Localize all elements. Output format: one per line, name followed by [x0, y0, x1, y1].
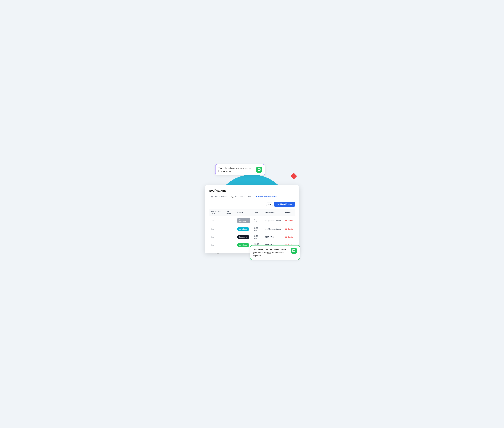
- trash-icon-2: 🗑: [285, 228, 287, 230]
- cell-events-2: scheduled: [235, 225, 252, 233]
- cell-notification-2: info@shoptaxi.com: [263, 225, 283, 233]
- cell-job-types-1: [224, 216, 235, 225]
- table-row: Job info-received 8:00 AM info@shoptaxi.…: [209, 216, 295, 225]
- top-notification-bubble: Your delivery is our next stop, keep a l…: [215, 164, 265, 175]
- bottom-bubble-link[interactable]: here: [267, 251, 271, 254]
- cell-job-types-3: [224, 233, 235, 241]
- delete-label-2: Delete: [288, 228, 293, 230]
- table-header: Detrack Job Type Job Types Events Time N…: [209, 209, 295, 216]
- delete-button-1[interactable]: 🗑 Delete: [285, 220, 293, 222]
- page-title: Notifications: [209, 189, 295, 192]
- add-notification-button[interactable]: + Add Notification: [274, 202, 295, 207]
- notification-tab-icon: ℹ: [256, 196, 257, 198]
- scene: Your delivery is our next stop, keep a l…: [198, 160, 306, 268]
- top-bubble-text: Your delivery is our next stop, keep a l…: [218, 167, 254, 173]
- event-badge-completed: completed: [237, 243, 249, 247]
- event-badge-info-received: info-received: [237, 218, 250, 223]
- col-time: Time: [252, 209, 263, 216]
- table-body: Job info-received 8:00 AM info@shoptaxi.…: [209, 216, 295, 249]
- add-notification-label: + Add Notification: [277, 203, 292, 205]
- table-header-row: Detrack Job Type Job Types Events Time N…: [209, 209, 295, 216]
- cell-time-1: 8:00 AM: [252, 216, 263, 225]
- cell-job-type-4: Job: [209, 241, 224, 249]
- cell-job-type-2: Job: [209, 225, 224, 233]
- toolbar: ⊞ ▾ + Add Notification: [209, 202, 295, 207]
- top-bubble-message-icon: [256, 167, 262, 173]
- tab-text-sms[interactable]: 📞 TEXT / SMS SETTINGS: [229, 195, 254, 199]
- email-tab-label: EMAIL SETTINGS: [214, 196, 227, 198]
- cell-time-2: 9:30 AM: [252, 225, 263, 233]
- red-diamond-decoration: [290, 173, 297, 180]
- cell-job-type-1: Job: [209, 216, 224, 225]
- col-detrack-job-type: Detrack Job Type: [209, 209, 224, 216]
- text-sms-tab-icon: 📞: [231, 196, 234, 198]
- cell-notification-3: SMS / Text: [263, 233, 283, 241]
- cell-job-types-2: [224, 225, 235, 233]
- cell-events-3: heading-to: [235, 233, 252, 241]
- cell-actions-2: 🗑 Delete: [283, 225, 295, 233]
- cell-time-3: 9:45 AM: [252, 233, 263, 241]
- text-sms-tab-label: TEXT / SMS SETTINGS: [234, 196, 251, 198]
- col-job-types: Job Types: [224, 209, 235, 216]
- cell-actions-3: 🗑 Delete: [283, 233, 295, 241]
- notification-tab-label: NOTIFICATION SETTINGS: [258, 196, 277, 198]
- email-tab-icon: ⊞: [211, 196, 213, 198]
- delete-button-3[interactable]: 🗑 Delete: [285, 236, 293, 238]
- main-card: Notifications ⊞ EMAIL SETTINGS 📞 TEXT / …: [205, 185, 299, 253]
- col-notification: Notification: [263, 209, 283, 216]
- cell-actions-1: 🗑 Delete: [283, 216, 295, 225]
- col-events: Events: [235, 209, 252, 216]
- bottom-bubble-message-icon: [291, 248, 297, 254]
- delete-button-2[interactable]: 🗑 Delete: [285, 228, 293, 230]
- bottom-notification-bubble: Your delivery has been placed outside yo…: [250, 245, 300, 260]
- cell-job-types-4: [224, 241, 235, 249]
- view-toggle-icon: ⊞: [268, 203, 270, 205]
- bottom-bubble-text: Your delivery has been placed outside yo…: [253, 248, 289, 257]
- table-row: Job heading-to 9:45 AM SMS / Text 🗑 Dele…: [209, 233, 295, 241]
- cell-job-type-3: Job: [209, 233, 224, 241]
- event-badge-scheduled: scheduled: [237, 227, 249, 231]
- tabs-container: ⊞ EMAIL SETTINGS 📞 TEXT / SMS SETTINGS ℹ…: [209, 195, 295, 199]
- cell-notification-1: info@shoptaxi.com: [263, 216, 283, 225]
- cell-events-4: completed: [235, 241, 252, 249]
- tab-notification-settings[interactable]: ℹ NOTIFICATION SETTINGS: [254, 195, 280, 199]
- delete-label-3: Delete: [288, 236, 293, 238]
- chevron-down-icon: ▾: [270, 203, 271, 205]
- event-badge-heading-to: heading-to: [237, 235, 249, 239]
- trash-icon-1: 🗑: [285, 220, 287, 222]
- cell-events-1: info-received: [235, 216, 252, 225]
- notifications-table: Detrack Job Type Job Types Events Time N…: [209, 209, 295, 249]
- trash-icon-3: 🗑: [285, 236, 287, 238]
- col-actions: Actions: [283, 209, 295, 216]
- tab-email[interactable]: ⊞ EMAIL SETTINGS: [209, 195, 229, 199]
- table-row: Job scheduled 9:30 AM info@shoptaxi.com …: [209, 225, 295, 233]
- view-toggle-button[interactable]: ⊞ ▾: [266, 202, 273, 206]
- delete-label-1: Delete: [288, 220, 293, 222]
